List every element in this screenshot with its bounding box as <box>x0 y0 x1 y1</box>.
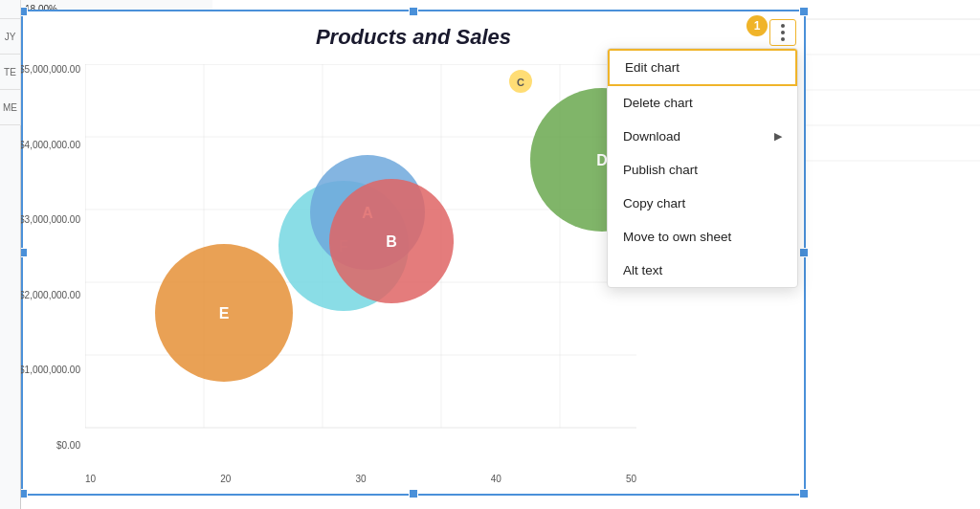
y-axis: $5,000,000.00 $4,000,000.00 $3,000,000.0… <box>28 64 85 451</box>
kebab-dot <box>781 31 785 34</box>
y-label-4: $1,000,000.00 <box>19 365 80 375</box>
col-header <box>0 0 21 19</box>
menu-item-label: Download <box>623 129 680 144</box>
svg-text:B: B <box>386 233 397 250</box>
handle-top-mid[interactable] <box>409 7 418 16</box>
y-label-1: $4,000,000.00 <box>19 140 80 150</box>
menu-item-delete-chart[interactable]: Delete chart <box>608 86 797 120</box>
svg-text:C: C <box>517 77 524 88</box>
x-label-4: 50 <box>626 474 636 484</box>
menu-item-label: Edit chart <box>625 60 679 75</box>
x-label-0: 10 <box>85 474 96 484</box>
kebab-dot <box>781 24 785 28</box>
chart-plot: F A B C D E <box>85 64 636 451</box>
menu-item-alt-text[interactable]: Alt text <box>608 254 797 287</box>
y-label-0: $5,000,000.00 <box>19 64 80 75</box>
handle-bot-mid[interactable] <box>409 489 418 498</box>
chart-svg: F A B C D E <box>85 64 636 451</box>
row-label-TE: TE <box>0 55 21 90</box>
svg-text:E: E <box>219 305 230 321</box>
menu-item-label: Copy chart <box>623 196 685 210</box>
handle-mid-right[interactable] <box>799 248 809 257</box>
y-label-2: $3,000,000.00 <box>19 214 80 225</box>
arrow-icon: ▶ <box>774 130 782 143</box>
kebab-dot <box>781 37 785 41</box>
menu-item-label: Move to own sheet <box>623 230 731 244</box>
x-axis: 10 20 30 40 50 <box>85 474 636 484</box>
menu-item-label: Publish chart <box>623 163 698 177</box>
context-menu: Edit chart Delete chart Download ▶ Publi… <box>607 48 798 288</box>
badge-1: 1 <box>746 15 768 36</box>
chart-container: Products and Sales $5,000,000.00 $4,000,… <box>21 10 806 496</box>
row-label-JY: JY <box>0 19 21 55</box>
menu-item-publish-chart[interactable]: Publish chart <box>608 153 797 187</box>
y-label-5: $0.00 <box>56 440 80 451</box>
chart-title: Products and Sales <box>23 25 804 50</box>
menu-item-download[interactable]: Download ▶ <box>608 120 797 153</box>
menu-item-move-to-own-sheet[interactable]: Move to own sheet <box>608 220 797 254</box>
menu-item-edit-chart[interactable]: Edit chart <box>608 49 797 86</box>
menu-item-label: Alt text <box>623 263 662 277</box>
kebab-menu-button[interactable] <box>769 19 796 46</box>
menu-item-copy-chart[interactable]: Copy chart <box>608 187 797 220</box>
handle-bot-right[interactable] <box>799 489 809 498</box>
row-label-ME: ME <box>0 90 21 125</box>
x-label-3: 40 <box>491 474 501 484</box>
x-label-1: 20 <box>220 474 231 484</box>
x-label-2: 30 <box>355 474 366 484</box>
menu-item-label: Delete chart <box>623 96 693 110</box>
y-label-3: $2,000,000.00 <box>19 290 80 300</box>
handle-top-right[interactable] <box>799 7 809 16</box>
